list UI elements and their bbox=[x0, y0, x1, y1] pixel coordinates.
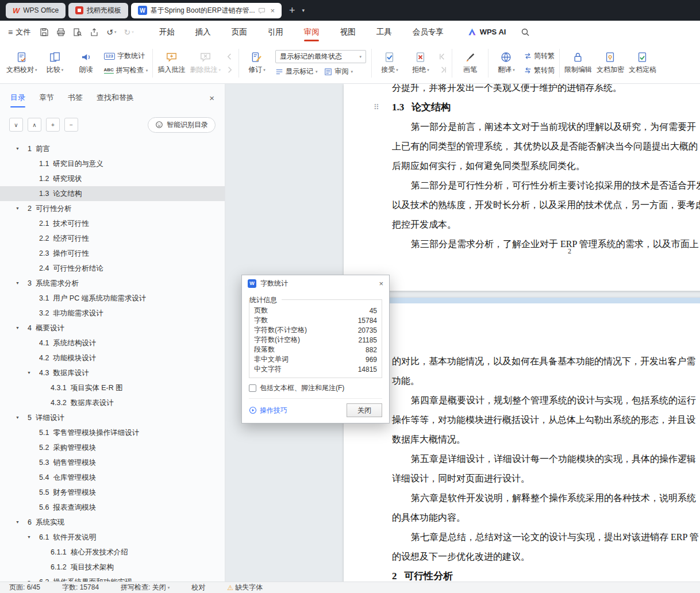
toc-collapse-icon[interactable]: ▼ bbox=[16, 520, 20, 524]
encrypt-button[interactable]: 文档加密 bbox=[595, 52, 626, 75]
toc-item[interactable]: ▼ 2.4 可行性分析结论 bbox=[0, 261, 225, 276]
word-count-button[interactable]: 123 字数统计 bbox=[104, 51, 148, 61]
markup-state-dropdown[interactable]: 显示标记的最终状态 ▾ bbox=[275, 50, 366, 63]
menu-tab[interactable]: 审阅 bbox=[304, 21, 320, 43]
status-page-indicator[interactable]: 页面: 6/45 bbox=[9, 583, 40, 592]
status-missing-font[interactable]: ⚠缺失字体 bbox=[227, 583, 263, 592]
toc-item[interactable]: ▼ 1.1 研究目的与意义 bbox=[0, 156, 225, 171]
file-menu-button[interactable]: ≡ 文件 bbox=[8, 27, 30, 37]
toc-item[interactable]: ▼ 4.3.1 项目实体 E-R 图 bbox=[0, 380, 225, 395]
insert-comment-button[interactable]: 插入批注 bbox=[156, 52, 187, 75]
translate-button[interactable]: 翻译▾ bbox=[491, 52, 521, 75]
toc-item[interactable]: ▼ 5.5 财务管理模块 bbox=[0, 485, 225, 500]
zoom-in-outline-button[interactable]: + bbox=[46, 118, 60, 132]
finalize-button[interactable]: 文档定稿 bbox=[627, 52, 658, 75]
sidebar-tab-toc[interactable]: 目录 bbox=[10, 89, 25, 106]
toc-item[interactable]: ▼ 2.3 操作可行性 bbox=[0, 246, 225, 261]
sidebar-tab-chapter[interactable]: 章节 bbox=[39, 89, 54, 106]
collapse-all-button[interactable]: ∧ bbox=[28, 118, 41, 132]
next-comment-button[interactable] bbox=[225, 66, 234, 74]
toc-item[interactable]: ▼ 6 系统实现 bbox=[0, 515, 225, 530]
menu-tab[interactable]: 插入 bbox=[195, 21, 211, 43]
restrict-edit-button[interactable]: 限制编辑 bbox=[563, 52, 594, 75]
toc-collapse-icon[interactable]: ▼ bbox=[16, 415, 20, 419]
read-aloud-button[interactable]: 朗读 bbox=[71, 52, 101, 75]
spell-check-button[interactable]: ABC 拼写检查 ▾ bbox=[104, 66, 148, 75]
sidebar-tab-bookmark[interactable]: 书签 bbox=[68, 89, 83, 106]
search-icon[interactable] bbox=[521, 28, 530, 37]
track-changes-button[interactable]: 修订▾ bbox=[242, 52, 272, 75]
doc-proof-button[interactable]: 文档校对▾ bbox=[5, 52, 39, 75]
toc-item[interactable]: ▼ 5.6 报表查询模块 bbox=[0, 500, 225, 515]
toc-collapse-icon[interactable]: ▼ bbox=[27, 535, 31, 539]
menu-tab[interactable]: 视图 bbox=[340, 21, 356, 43]
redo-button[interactable]: ↻▾ bbox=[124, 28, 133, 37]
toc-item[interactable]: ▼ 6.1 软件开发说明 bbox=[0, 530, 225, 545]
toc-item[interactable]: ▼ 4.1 系统结构设计 bbox=[0, 336, 225, 351]
smart-toc-button[interactable]: 智能识别目录 bbox=[148, 117, 216, 133]
simplified-to-traditional-button[interactable]: 简转繁 bbox=[524, 51, 555, 61]
toc-item[interactable]: ▼ 4 概要设计 bbox=[0, 321, 225, 336]
previous-change-button[interactable] bbox=[439, 52, 447, 61]
menu-tab[interactable]: 开始 bbox=[159, 21, 175, 43]
toc-collapse-icon[interactable]: ▼ bbox=[27, 371, 31, 375]
compare-button[interactable]: 比较▾ bbox=[40, 52, 70, 75]
document-page-2[interactable]: ⠿ 的对比，基本功能情况，以及如何在具备基本功能的情况下，开发出客户需 ⠿ 功能… bbox=[344, 298, 700, 582]
menu-tab[interactable]: 页面 bbox=[232, 21, 247, 43]
delete-comment-button[interactable]: 删除批注▾ bbox=[188, 52, 222, 75]
zoom-out-outline-button[interactable]: − bbox=[64, 118, 78, 132]
toc-collapse-icon[interactable]: ▼ bbox=[16, 281, 20, 285]
brush-button[interactable]: 画笔 bbox=[455, 52, 485, 75]
include-textbox-checkbox[interactable]: 包括文本框、脚注和尾注(F) bbox=[249, 383, 382, 393]
toc-collapse-icon[interactable]: ▼ bbox=[16, 147, 20, 151]
next-change-button[interactable] bbox=[439, 66, 447, 74]
toc-item[interactable]: ▼ 2.1 技术可行性 bbox=[0, 216, 225, 231]
previous-comment-button[interactable] bbox=[225, 52, 234, 61]
menu-tab[interactable]: 工具 bbox=[376, 21, 392, 43]
close-tab-icon[interactable]: × bbox=[270, 6, 275, 15]
tab-docer-template[interactable]: 找稻壳模板 bbox=[68, 3, 128, 18]
status-proofing[interactable]: 校对 bbox=[191, 583, 205, 592]
tips-link[interactable]: 操作技巧 bbox=[249, 406, 287, 415]
dialog-close-icon[interactable]: × bbox=[379, 279, 383, 288]
status-spellcheck[interactable]: 拼写检查: 关闭▾ bbox=[121, 583, 170, 592]
menu-tab[interactable]: 引用 bbox=[268, 21, 283, 43]
toc-item[interactable]: ▼ 6.2 操作系统界面和功能实现 bbox=[0, 575, 225, 582]
expand-all-button[interactable]: ∨ bbox=[9, 118, 23, 132]
accept-button[interactable]: 接受▾ bbox=[375, 52, 405, 75]
sidebar-tab-find-replace[interactable]: 查找和替换 bbox=[97, 89, 134, 106]
toc-item[interactable]: ▼ 5.3 销售管理模块 bbox=[0, 455, 225, 470]
tab-list-chevron-icon[interactable]: ▾ bbox=[300, 7, 307, 13]
toc-item[interactable]: ▼ 3.1 用户 PC 端系统功能需求设计 bbox=[0, 291, 225, 306]
traditional-to-simplified-button[interactable]: 繁转简 bbox=[524, 66, 555, 75]
toc-item[interactable]: ▼ 4.3.2 数据库表设计 bbox=[0, 395, 225, 410]
reject-button[interactable]: 拒绝▾ bbox=[406, 52, 436, 75]
document-page-1[interactable]: ⠿ 分提升，并将开发出一个美观又便于维护的进销存系统。 ⠿ 1.3 论文结构 ⠿… bbox=[344, 84, 700, 291]
toc-item[interactable]: ▼ 1 前言 bbox=[0, 141, 225, 156]
print-preview-icon[interactable] bbox=[73, 28, 82, 37]
toc-item[interactable]: ▼ 2.2 经济可行性 bbox=[0, 231, 225, 246]
toc-item[interactable]: ▼ 4.3 数据库设计 bbox=[0, 365, 225, 380]
toc-collapse-icon[interactable]: ▼ bbox=[16, 326, 20, 330]
undo-caret-icon[interactable]: ▾ bbox=[114, 30, 117, 34]
print-icon[interactable] bbox=[56, 28, 66, 37]
toc-item[interactable]: ▼ 3 系统需求分析 bbox=[0, 276, 225, 291]
toc-item[interactable]: ▼ 5.4 仓库管理模块 bbox=[0, 470, 225, 485]
dialog-close-button[interactable]: 关闭 bbox=[347, 403, 382, 417]
toc-item[interactable]: ▼ 6.1.2 项目技术架构 bbox=[0, 560, 225, 575]
save-icon[interactable] bbox=[40, 28, 49, 37]
toc-item[interactable]: ▼ 6.1.1 核心开发技术介绍 bbox=[0, 545, 225, 560]
export-icon[interactable] bbox=[90, 28, 99, 37]
toc-item[interactable]: ▼ 1.3 论文结构 bbox=[0, 186, 225, 201]
new-tab-button[interactable]: + bbox=[284, 5, 300, 17]
toc-collapse-icon[interactable]: ▼ bbox=[16, 206, 20, 210]
tab-wps-office[interactable]: W WPS Office bbox=[6, 3, 66, 18]
undo-button[interactable]: ↺▾ bbox=[106, 28, 116, 37]
toc-item[interactable]: ▼ 5.1 零售管理模块操作详细设计 bbox=[0, 425, 225, 440]
review-pane-button[interactable]: 审阅 ▾ bbox=[324, 67, 353, 76]
drag-handle-icon[interactable]: ⠿ bbox=[374, 98, 379, 117]
wps-ai-button[interactable]: WPS AI bbox=[468, 28, 506, 36]
menu-tab[interactable]: 会员专享 bbox=[413, 21, 444, 43]
toc-item[interactable]: ▼ 5.2 采购管理模块 bbox=[0, 440, 225, 455]
toc-item[interactable]: ▼ 5 详细设计 bbox=[0, 410, 225, 425]
